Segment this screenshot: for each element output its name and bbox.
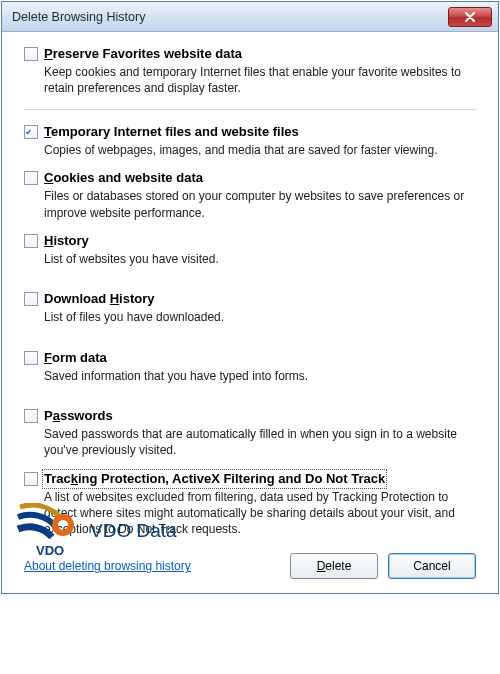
window-title: Delete Browsing History <box>12 10 448 24</box>
checkbox-preserve-favorites[interactable] <box>24 47 38 61</box>
desc-form-data: Saved information that you have typed in… <box>44 368 476 384</box>
label-download-history[interactable]: Download History <box>44 291 155 307</box>
option-tracking-protection: Tracking Protection, ActiveX Filtering a… <box>24 471 476 538</box>
label-temporary-files[interactable]: Temporary Internet files and website fil… <box>44 124 299 140</box>
divider <box>24 109 476 110</box>
desc-tracking-protection: A list of websites excluded from filteri… <box>44 489 476 538</box>
checkmark-icon <box>25 126 32 138</box>
label-form-data[interactable]: Form data <box>44 350 107 366</box>
cancel-button[interactable]: Cancel <box>388 553 476 579</box>
close-button[interactable] <box>448 7 492 27</box>
checkbox-history[interactable] <box>24 234 38 248</box>
close-icon <box>464 12 476 22</box>
desc-history: List of websites you have visited. <box>44 251 476 267</box>
desc-temporary-files: Copies of webpages, images, and media th… <box>44 142 476 158</box>
checkbox-temporary-files[interactable] <box>24 125 38 139</box>
label-history[interactable]: History <box>44 233 89 249</box>
dialog-content: Preserve Favorites website data Keep coo… <box>2 32 498 547</box>
checkbox-cookies[interactable] <box>24 171 38 185</box>
option-preserve-favorites: Preserve Favorites website data Keep coo… <box>24 46 476 97</box>
label-passwords[interactable]: Passwords <box>44 408 113 424</box>
titlebar: Delete Browsing History <box>2 2 498 32</box>
option-passwords: Passwords Saved passwords that are autom… <box>24 408 476 459</box>
dialog-footer: About deleting browsing history Delete C… <box>2 547 498 593</box>
dialog-window: Delete Browsing History Preserve Favorit… <box>1 1 499 594</box>
about-link[interactable]: About deleting browsing history <box>24 559 191 573</box>
desc-passwords: Saved passwords that are automatically f… <box>44 426 476 458</box>
option-history: History List of websites you have visite… <box>24 233 476 267</box>
option-temporary-files: Temporary Internet files and website fil… <box>24 124 476 158</box>
checkbox-download-history[interactable] <box>24 292 38 306</box>
label-cookies[interactable]: Cookies and website data <box>44 170 203 186</box>
label-preserve-favorites[interactable]: Preserve Favorites website data <box>44 46 242 62</box>
option-form-data: Form data Saved information that you hav… <box>24 350 476 384</box>
desc-download-history: List of files you have downloaded. <box>44 309 476 325</box>
checkbox-passwords[interactable] <box>24 409 38 423</box>
option-cookies: Cookies and website data Files or databa… <box>24 170 476 221</box>
checkbox-form-data[interactable] <box>24 351 38 365</box>
option-download-history: Download History List of files you have … <box>24 291 476 325</box>
desc-preserve-favorites: Keep cookies and temporary Internet file… <box>44 64 476 96</box>
delete-button[interactable]: Delete <box>290 553 378 579</box>
label-tracking-protection[interactable]: Tracking Protection, ActiveX Filtering a… <box>44 471 385 487</box>
checkbox-tracking-protection[interactable] <box>24 472 38 486</box>
desc-cookies: Files or databases stored on your comput… <box>44 188 476 220</box>
